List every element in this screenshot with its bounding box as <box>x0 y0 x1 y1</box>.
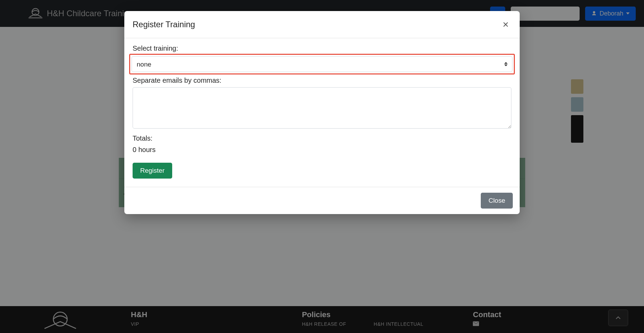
emails-label: Separate emails by commas: <box>133 77 511 84</box>
close-button-label: Close <box>488 197 505 204</box>
select-training-dropdown[interactable]: none <box>132 56 512 72</box>
totals-value: 0 hours <box>133 146 511 154</box>
close-icon: × <box>502 19 509 30</box>
register-button-label: Register <box>140 167 165 174</box>
modal-title: Register Training <box>133 20 195 29</box>
totals-label: Totals: <box>133 134 511 142</box>
close-button[interactable]: Close <box>481 193 513 209</box>
modal-header: Register Training × <box>124 11 520 38</box>
emails-textarea[interactable] <box>133 87 511 129</box>
select-training-highlight: none <box>129 54 515 74</box>
register-training-modal: Register Training × Select training: non… <box>124 11 520 214</box>
modal-close-button[interactable]: × <box>500 18 511 31</box>
register-button[interactable]: Register <box>133 163 172 179</box>
modal-footer: Close <box>124 187 520 214</box>
select-training-label: Select training: <box>133 44 511 52</box>
